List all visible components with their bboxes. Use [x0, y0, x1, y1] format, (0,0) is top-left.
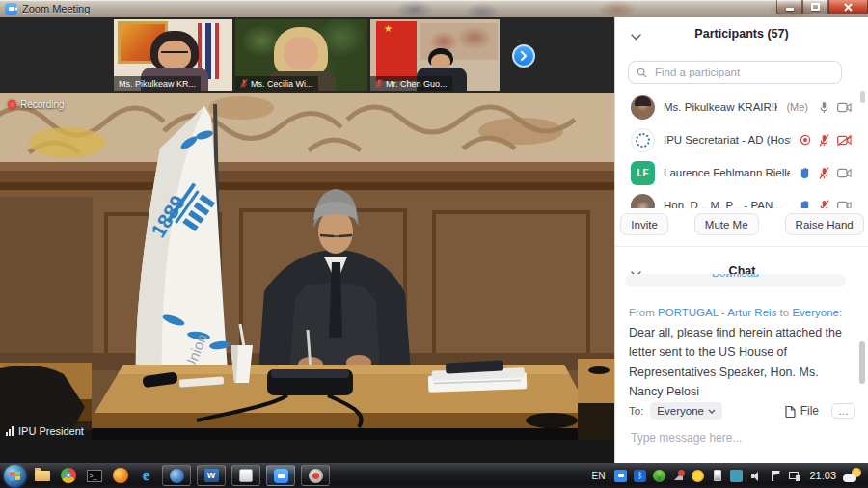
tray-network-icon[interactable]	[788, 470, 800, 482]
participants-scrollbar[interactable]	[860, 91, 865, 103]
download-link[interactable]: Download	[712, 274, 759, 287]
taskbar-firefox-icon[interactable]	[110, 466, 130, 486]
taskbar-ie-icon[interactable]: e	[136, 466, 156, 486]
taskbar-chrome-icon[interactable]	[58, 466, 78, 486]
window-titlebar[interactable]: Zoom Meeting	[0, 0, 868, 17]
thumbnail-name-label: Ms. Cecilia Wi...	[235, 76, 318, 91]
window-title: Zoom Meeting	[22, 3, 90, 14]
muted-mic-icon	[240, 78, 248, 89]
me-tag: (Me)	[786, 101, 808, 113]
to-label: To:	[629, 405, 643, 417]
collapse-participants-icon[interactable]	[631, 30, 641, 43]
participants-list: Ms. Pikulkeaw KRAIRIKSH - ... (Me) IPU S…	[615, 91, 861, 208]
close-button[interactable]	[828, 0, 868, 14]
camera-icon	[837, 102, 852, 113]
avatar	[631, 95, 655, 120]
invite-button[interactable]: Invite	[620, 213, 668, 235]
tray-battery-icon[interactable]	[714, 470, 721, 481]
file-button[interactable]: File	[785, 404, 819, 418]
recording-icon	[800, 134, 811, 146]
clock[interactable]: 21:03	[809, 470, 836, 481]
tray-action-center-icon[interactable]	[769, 470, 781, 482]
taskbar-terminal-icon[interactable]: >_	[84, 466, 104, 486]
participants-header: Participants (57)	[615, 27, 868, 44]
taskbar-browser-app[interactable]	[162, 465, 191, 486]
chat-message-meta: From PORTUGAL - Artur Reis to Everyone:	[629, 307, 845, 318]
tray-zoom-icon[interactable]	[614, 470, 627, 482]
active-speaker-label: IPU President	[0, 421, 92, 440]
audio-level-icon	[6, 426, 14, 436]
video-letterbox	[0, 440, 614, 463]
file-icon	[785, 405, 796, 418]
china-flag: ★	[376, 21, 417, 81]
camera-off-icon	[837, 135, 852, 146]
file-message-card[interactable]: Download	[625, 274, 846, 287]
taskbar-capture-app[interactable]	[301, 465, 330, 486]
avatar	[631, 194, 655, 209]
video-area: Ms. Pikulkeaw KR... Ms. Cecilia Wi...	[0, 17, 614, 463]
tray-bluetooth-icon[interactable]: ᛒ	[634, 470, 646, 482]
minimize-icon	[786, 8, 794, 11]
raise-hand-button[interactable]: Raise Hand	[785, 213, 864, 235]
participant-face	[284, 37, 318, 69]
side-panel: Participants (57) Ms. Pikulkeaw KRAIRIKS…	[614, 17, 868, 463]
zoom-app-icon	[5, 3, 17, 15]
meeting-room-scene: 1889 y Union	[0, 93, 614, 440]
participant-row[interactable]: IPU Secretariat - AD (Host)	[615, 123, 861, 156]
chat-message-input[interactable]	[629, 430, 851, 446]
muted-mic-icon	[819, 134, 829, 147]
video-thumbnail-strip: Ms. Pikulkeaw KR... Ms. Cecilia Wi...	[0, 17, 614, 93]
chat-message-body: Dear all, please find herein attached th…	[629, 323, 845, 401]
thumbnail-chen[interactable]: ★ Mr. Chen Guo...	[370, 19, 500, 91]
muted-mic-icon	[819, 167, 829, 179]
recipient-dropdown[interactable]: Everyone	[650, 402, 722, 420]
close-icon	[844, 3, 853, 12]
search-icon	[637, 68, 647, 78]
participant-row[interactable]: Ms. Pikulkeaw KRAIRIKSH - ... (Me)	[615, 91, 861, 123]
camera-icon	[837, 201, 852, 209]
thumbnail-name-label: Ms. Pikulkeaw KR...	[114, 76, 201, 91]
main-speaker-video: 1889 y Union	[0, 93, 614, 440]
raised-hand-icon	[799, 200, 811, 209]
mic-icon	[819, 101, 829, 114]
recording-dot-icon	[8, 100, 16, 109]
next-page-button[interactable]	[512, 44, 535, 68]
desktop: Zoom Meeting Ms. Pi	[0, 0, 868, 488]
tray-sync-icon[interactable]	[653, 470, 665, 482]
recipient-link[interactable]: Everyone:	[792, 307, 842, 318]
minimize-button[interactable]	[776, 0, 802, 14]
taskbar-notes-app[interactable]	[231, 465, 260, 486]
section-divider	[615, 246, 868, 247]
participant-search[interactable]	[628, 61, 842, 84]
mute-me-button[interactable]: Mute Me	[694, 213, 759, 235]
search-input[interactable]	[653, 66, 833, 79]
thumbnail-name-label: Mr. Chen Guo...	[370, 76, 452, 91]
tray-volume-icon[interactable]	[749, 470, 762, 482]
thumbnail-cecilia[interactable]: Ms. Cecilia Wi...	[235, 19, 367, 91]
participant-row[interactable]: Hon. D... M. P... - PAN...	[615, 189, 861, 208]
taskbar-word-app[interactable]: W	[197, 465, 226, 486]
tray-media-icon[interactable]	[692, 470, 704, 482]
language-indicator[interactable]: EN	[589, 469, 609, 483]
tray-wireless-off-icon[interactable]	[672, 470, 685, 482]
taskbar-explorer-icon[interactable]	[32, 466, 52, 486]
start-button[interactable]	[4, 465, 26, 487]
tray-usb-icon[interactable]	[730, 470, 743, 482]
weather-icon[interactable]	[843, 468, 862, 483]
windows-logo-icon	[10, 471, 20, 480]
camera-icon	[837, 168, 852, 178]
chat-message: From PORTUGAL - Artur Reis to Everyone: …	[629, 307, 845, 401]
maximize-button[interactable]	[802, 0, 828, 14]
more-options-button[interactable]: …	[831, 403, 855, 419]
taskbar-zoom-app[interactable]	[266, 465, 295, 486]
taskbar: >_ e W EN ᛒ 21:03	[0, 463, 868, 488]
participant-row[interactable]: LF Laurence Fehlmann Rielle - S...	[615, 156, 861, 189]
chevron-down-icon	[708, 409, 716, 414]
chat-scrollbar[interactable]	[859, 341, 865, 384]
muted-mic-icon	[819, 200, 829, 209]
sender-link[interactable]: PORTUGAL - Artur Reis	[658, 307, 776, 318]
chevron-right-icon	[519, 51, 529, 61]
ipu-logo-avatar	[631, 128, 655, 152]
thumbnail-pikulkeaw[interactable]: Ms. Pikulkeaw KR...	[114, 19, 232, 91]
recording-indicator: Recording	[8, 99, 65, 110]
